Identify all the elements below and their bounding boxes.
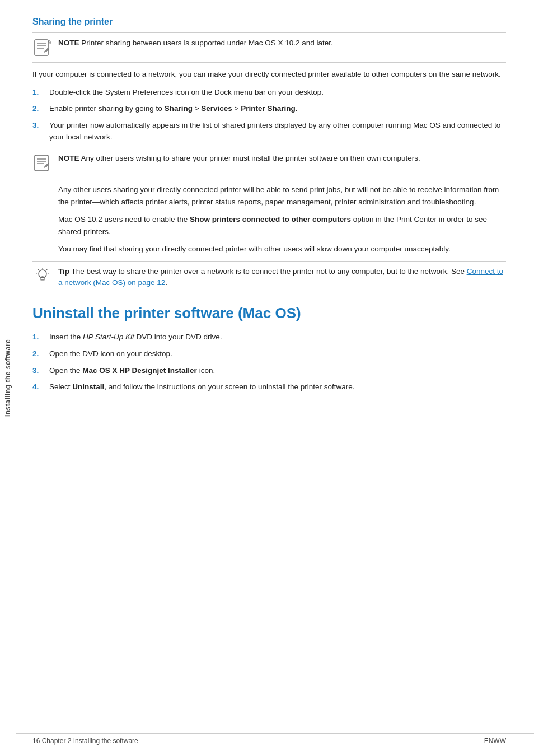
step-2: 2. Enable printer sharing by going to Sh… xyxy=(32,102,506,115)
step-3: 3. Your printer now automatically appear… xyxy=(32,119,506,143)
step-2-text: Enable printer sharing by going to Shari… xyxy=(49,102,506,115)
uninstall-step-4-text: Select Uninstall, and follow the instruc… xyxy=(49,381,506,393)
tip-box: Tip The best way to share the printer ov… xyxy=(32,261,506,294)
note-svg-icon: ✎ xyxy=(34,39,51,57)
intro-paragraph: If your computer is connected to a netwo… xyxy=(32,68,506,81)
note1-body: Printer sharing between users is support… xyxy=(81,39,333,47)
uninstall-step-4-num: 4. xyxy=(32,381,49,393)
note2-icon xyxy=(32,153,53,173)
step-2-bold1: Sharing xyxy=(165,104,193,113)
note2-label: NOTE xyxy=(58,154,79,162)
steps-list-2: 1. Insert the HP Start-Up Kit DVD into y… xyxy=(32,331,506,393)
note1-content: NOTE Printer sharing between users is su… xyxy=(58,38,506,49)
uninstall-step-2: 2. Open the DVD icon on your desktop. xyxy=(32,348,506,360)
hp-kit-italic: HP Start-Up Kit xyxy=(83,333,134,341)
uninstall-step-1-num: 1. xyxy=(32,331,49,343)
main-content: Sharing the printer ✎ NOTE Printer shari… xyxy=(16,0,534,756)
tip-svg-icon xyxy=(33,267,52,286)
uninstall-step-1: 1. Insert the HP Start-Up Kit DVD into y… xyxy=(32,331,506,343)
step-2-bold3: Printer Sharing xyxy=(241,104,296,113)
side-tab-label: Installing the software xyxy=(4,339,12,417)
note2-indented: Any other users sharing your directly co… xyxy=(58,184,506,255)
step-3-text: Your printer now automatically appears i… xyxy=(49,119,506,143)
step-3-num: 3. xyxy=(32,119,49,132)
note2-body: Any other users wishing to share your pr… xyxy=(81,154,420,162)
section2-heading: Uninstall the printer software (Mac OS) xyxy=(32,305,506,322)
uninstall-bold: Uninstall xyxy=(72,382,104,391)
svg-rect-6 xyxy=(35,155,48,171)
note1-label: NOTE xyxy=(58,39,79,47)
note2-box: NOTE Any other users wishing to share yo… xyxy=(32,148,506,178)
tip-icon xyxy=(32,266,53,286)
step-1: 1. Double-click the System Preferences i… xyxy=(32,86,506,99)
note1-icon: ✎ xyxy=(32,38,53,58)
section1-heading: Sharing the printer xyxy=(32,17,506,28)
tip-content: Tip The best way to share the printer ov… xyxy=(58,266,506,289)
uninstall-step-3: 3. Open the Mac OS X HP Designjet Instal… xyxy=(32,365,506,377)
uninstall-step-1-text: Insert the HP Start-Up Kit DVD into your… xyxy=(49,331,506,343)
step-2-bold2: Services xyxy=(201,104,232,113)
note2-para3: You may find that sharing your directly … xyxy=(58,243,506,255)
step-2-num: 2. xyxy=(32,102,49,115)
svg-text:✎: ✎ xyxy=(47,39,51,45)
svg-line-10 xyxy=(44,166,45,168)
step-1-text: Double-click the System Preferences icon… xyxy=(49,86,506,99)
uninstall-step-3-text: Open the Mac OS X HP Designjet Installer… xyxy=(49,365,506,377)
svg-rect-18 xyxy=(41,279,44,281)
side-tab-area: Installing the software xyxy=(0,0,16,756)
note2-para1: Any other users sharing your directly co… xyxy=(58,184,506,208)
note2-svg-icon xyxy=(34,154,51,172)
show-printers-bold: Show printers connected to other compute… xyxy=(190,215,351,223)
footer-left: 16 Chapter 2 Installing the software xyxy=(32,737,138,745)
step-1-num: 1. xyxy=(32,86,49,99)
uninstall-step-2-text: Open the DVD icon on your desktop. xyxy=(49,348,506,360)
svg-line-13 xyxy=(46,269,48,270)
uninstall-step-4: 4. Select Uninstall, and follow the inst… xyxy=(32,381,506,393)
svg-rect-0 xyxy=(35,40,48,55)
note2-para2: Mac OS 10.2 users need to enable the Sho… xyxy=(58,213,506,237)
tip-label: Tip xyxy=(58,267,69,276)
svg-line-15 xyxy=(38,269,39,270)
designjet-installer-bold: Mac OS X HP Designjet Installer xyxy=(82,366,197,375)
svg-line-5 xyxy=(44,51,45,53)
tip-text: The best way to share the printer over a… xyxy=(58,267,503,287)
uninstall-step-2-num: 2. xyxy=(32,348,49,360)
uninstall-step-3-num: 3. xyxy=(32,365,49,377)
note1-box: ✎ NOTE Printer sharing between users is … xyxy=(32,32,506,63)
page-footer: 16 Chapter 2 Installing the software ENW… xyxy=(16,733,534,745)
note2-content: NOTE Any other users wishing to share yo… xyxy=(58,153,506,164)
steps-list-1: 1. Double-click the System Preferences i… xyxy=(32,86,506,143)
footer-right: ENWW xyxy=(484,737,506,745)
